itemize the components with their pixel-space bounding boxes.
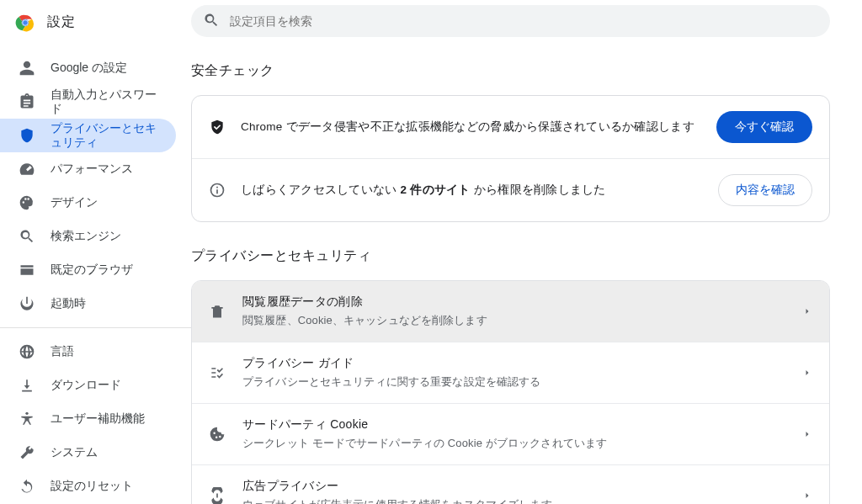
sidebar-item-label: Google の設定: [51, 61, 127, 76]
download-icon: [19, 377, 35, 394]
row-subtitle: ウェブサイトが広告表示に使用する情報をカスタマイズします: [242, 497, 785, 504]
accessibility-icon: [19, 411, 35, 427]
restore-icon: [19, 478, 35, 495]
row-subtitle: プライバシーとセキュリティに関する重要な設定を確認する: [242, 374, 785, 390]
globe-icon: [19, 343, 35, 360]
safety-check-now-button[interactable]: 今すぐ確認: [716, 111, 812, 143]
wrench-icon: [19, 444, 35, 461]
chevron-right-icon: [802, 306, 812, 316]
cookie-icon: [209, 426, 226, 443]
sidebar-item-label: システム: [51, 445, 98, 460]
search-input[interactable]: [230, 14, 818, 28]
page-title: 設定: [47, 13, 76, 31]
row-title: プライバシー ガイド: [242, 356, 785, 371]
sidebar-item-label: 言語: [51, 344, 74, 359]
sidebar-item-label: 自動入力とパスワード: [51, 88, 157, 117]
privacy-settings-list: 閲覧履歴データの削除 閲覧履歴、Cookie、キャッシュなどを削除します プライ…: [191, 280, 830, 504]
palette-icon: [19, 194, 35, 211]
row-title: サードパーティ Cookie: [242, 417, 785, 432]
search-icon: [203, 12, 230, 31]
sidebar-item-label: 設定のリセット: [51, 479, 133, 494]
sidebar-item-label: デザイン: [51, 195, 98, 210]
assignment-icon: [19, 93, 35, 110]
shield-icon: [19, 127, 35, 144]
chrome-logo-icon: [15, 13, 35, 33]
sidebar-item[interactable]: プライバシーとセキュリティ: [0, 119, 176, 152]
search-bar[interactable]: [191, 5, 830, 37]
person-icon: [19, 60, 35, 77]
privacy-list-row[interactable]: サードパーティ Cookie シークレット モードでサードパーティの Cooki…: [192, 403, 829, 464]
sidebar-item-label: 既定のブラウザ: [51, 263, 133, 278]
permissions-removed-text: しばらくアクセスしていない 2 件のサイト から権限を削除しました: [241, 183, 703, 198]
safety-check-text: Chrome でデータ侵害や不正な拡張機能などの脅威から保護されているか確認しま…: [241, 119, 701, 135]
sidebar-item[interactable]: 検索エンジン: [0, 220, 176, 253]
sidebar-item[interactable]: システム: [0, 436, 176, 470]
speed-icon: [19, 161, 35, 178]
review-permissions-button[interactable]: 内容を確認: [718, 174, 812, 206]
row-title: 閲覧履歴データの削除: [242, 294, 785, 310]
privacy-list-row[interactable]: 広告プライバシー ウェブサイトが広告表示に使用する情報をカスタマイズします: [192, 464, 829, 504]
browser-icon: [19, 262, 35, 279]
sidebar-item-label: ユーザー補助機能: [51, 411, 145, 427]
sidebar-item[interactable]: デザイン: [0, 186, 176, 220]
safety-check-row-status: Chrome でデータ侵害や不正な拡張機能などの脅威から保護されているか確認しま…: [192, 96, 829, 158]
sidebar-item-label: 検索エンジン: [51, 229, 121, 244]
privacy-security-heading: プライバシーとセキュリティ: [191, 247, 830, 265]
sidebar-item-label: パフォーマンス: [51, 162, 133, 177]
sidebar-scroll[interactable]: Google の設定自動入力とパスワードプライバシーとセキュリティパフォーマンス…: [0, 46, 191, 504]
row-subtitle: 閲覧履歴、Cookie、キャッシュなどを削除します: [242, 313, 785, 328]
privacy-list-row[interactable]: 閲覧履歴データの削除 閲覧履歴、Cookie、キャッシュなどを削除します: [192, 281, 829, 342]
sidebar-item[interactable]: 設定のリセット: [0, 470, 176, 503]
chevron-right-icon: [802, 368, 812, 378]
row-title: 広告プライバシー: [242, 479, 785, 494]
sidebar-item-label: 起動時: [51, 296, 86, 311]
safety-check-heading: 安全チェック: [191, 62, 830, 80]
sidebar-item[interactable]: 言語: [0, 335, 176, 369]
power-icon: [19, 295, 35, 312]
checklist-icon: [209, 364, 226, 381]
sidebar: 設定 Google の設定自動入力とパスワードプライバシーとセキュリティパフォー…: [0, 0, 191, 504]
sidebar-item-label: プライバシーとセキュリティ: [51, 121, 157, 151]
verified-shield-icon: [209, 119, 226, 135]
ads-icon: [209, 487, 226, 504]
chevron-right-icon: [802, 491, 812, 501]
sidebar-item[interactable]: ダウンロード: [0, 369, 176, 402]
sidebar-item[interactable]: ユーザー補助機能: [0, 402, 176, 436]
trash-icon: [209, 303, 226, 320]
sidebar-item[interactable]: パフォーマンス: [0, 152, 176, 186]
sidebar-item[interactable]: Google の設定: [0, 51, 176, 85]
safety-check-row-permissions: しばらくアクセスしていない 2 件のサイト から権限を削除しました 内容を確認: [192, 158, 829, 221]
sidebar-item[interactable]: 起動時: [0, 287, 176, 321]
sidebar-item[interactable]: 自動入力とパスワード: [0, 85, 176, 119]
row-subtitle: シークレット モードでサードパーティの Cookie がブロックされています: [242, 436, 785, 451]
main-content: 安全チェック Chrome でデータ侵害や不正な拡張機能などの脅威から保護されて…: [191, 0, 862, 504]
sidebar-item-label: ダウンロード: [51, 378, 121, 393]
info-icon: [209, 182, 226, 199]
privacy-list-row[interactable]: プライバシー ガイド プライバシーとセキュリティに関する重要な設定を確認する: [192, 342, 829, 403]
chevron-right-icon: [802, 429, 812, 439]
page-header: 設定: [0, 0, 191, 46]
safety-check-card: Chrome でデータ侵害や不正な拡張機能などの脅威から保護されているか確認しま…: [191, 95, 830, 222]
search-icon: [19, 228, 35, 245]
sidebar-item[interactable]: 既定のブラウザ: [0, 253, 176, 287]
